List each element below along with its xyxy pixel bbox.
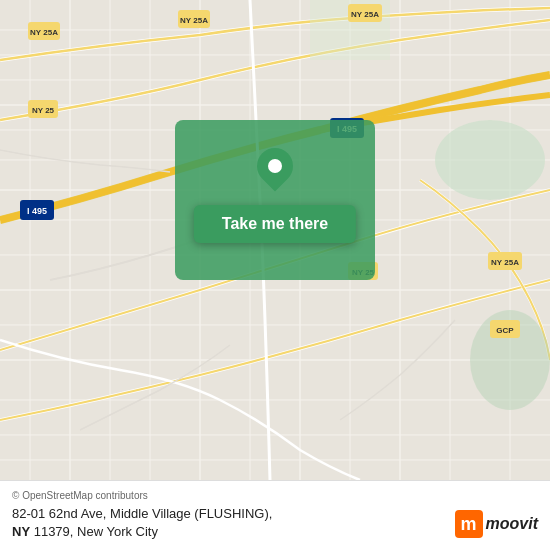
svg-text:NY 25A: NY 25A [30,28,58,37]
moovit-wordmark: moovit [486,515,538,533]
map-pin [257,148,293,184]
moovit-logo: m moovit [455,510,538,538]
address-line1: 82-01 62nd Ave, Middle Village (FLUSHING… [12,506,272,521]
map-container: NY 25A NY 25A NY 25A NY 25 I 495 I 495 N… [0,0,550,480]
svg-text:NY 25A: NY 25A [180,16,208,25]
svg-text:NY 25: NY 25 [32,106,55,115]
svg-text:NY 25A: NY 25A [351,10,379,19]
info-panel: © OpenStreetMap contributors 82-01 62nd … [0,480,550,550]
address-line2: NY 11379, New York City [12,524,158,539]
svg-text:GCP: GCP [496,326,514,335]
pin-shape [250,141,301,192]
moovit-m-icon: m [455,510,483,538]
svg-point-27 [435,120,545,200]
green-card [175,120,375,280]
map-attribution: © OpenStreetMap contributors [12,490,538,501]
svg-text:NY 25A: NY 25A [491,258,519,267]
pin-inner [268,159,282,173]
svg-text:I 495: I 495 [27,206,47,216]
take-me-there-button[interactable]: Take me there [194,205,356,243]
